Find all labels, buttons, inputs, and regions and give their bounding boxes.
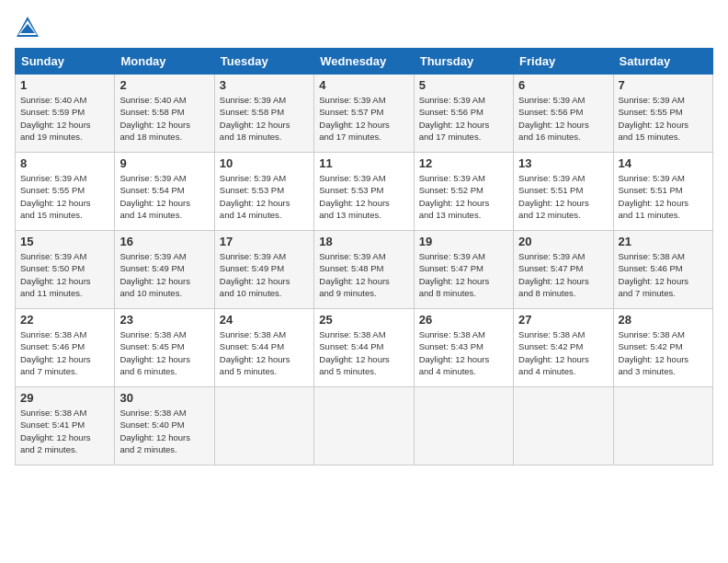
table-row: [514, 387, 613, 465]
header-wednesday: Wednesday: [314, 49, 414, 75]
table-row: 5Sunrise: 5:39 AMSunset: 5:56 PMDaylight…: [414, 75, 513, 153]
logo: [15, 15, 44, 40]
table-row: 11Sunrise: 5:39 AMSunset: 5:53 PMDayligh…: [314, 153, 414, 231]
table-row: 9Sunrise: 5:39 AMSunset: 5:54 PMDaylight…: [115, 153, 214, 231]
table-row: 14Sunrise: 5:39 AMSunset: 5:51 PMDayligh…: [613, 153, 712, 231]
table-row: 8Sunrise: 5:39 AMSunset: 5:55 PMDaylight…: [16, 153, 115, 231]
table-row: 18Sunrise: 5:39 AMSunset: 5:48 PMDayligh…: [314, 231, 414, 309]
table-row: 28Sunrise: 5:38 AMSunset: 5:42 PMDayligh…: [613, 309, 712, 387]
page-header: [15, 15, 713, 40]
table-row: 2Sunrise: 5:40 AMSunset: 5:58 PMDaylight…: [115, 75, 214, 153]
table-row: 26Sunrise: 5:38 AMSunset: 5:43 PMDayligh…: [414, 309, 513, 387]
table-row: 6Sunrise: 5:39 AMSunset: 5:56 PMDaylight…: [514, 75, 613, 153]
table-row: 29Sunrise: 5:38 AMSunset: 5:41 PMDayligh…: [16, 387, 115, 465]
table-row: 4Sunrise: 5:39 AMSunset: 5:57 PMDaylight…: [314, 75, 414, 153]
table-row: 22Sunrise: 5:38 AMSunset: 5:46 PMDayligh…: [16, 309, 115, 387]
header-friday: Friday: [514, 49, 613, 75]
table-row: 10Sunrise: 5:39 AMSunset: 5:53 PMDayligh…: [214, 153, 313, 231]
table-row: 23Sunrise: 5:38 AMSunset: 5:45 PMDayligh…: [115, 309, 214, 387]
table-row: 16Sunrise: 5:39 AMSunset: 5:49 PMDayligh…: [115, 231, 214, 309]
table-row: 3Sunrise: 5:39 AMSunset: 5:58 PMDaylight…: [214, 75, 313, 153]
calendar-week-row: 29Sunrise: 5:38 AMSunset: 5:41 PMDayligh…: [16, 387, 713, 465]
table-row: [214, 387, 313, 465]
calendar-week-row: 1Sunrise: 5:40 AMSunset: 5:59 PMDaylight…: [16, 75, 713, 153]
table-row: 21Sunrise: 5:38 AMSunset: 5:46 PMDayligh…: [613, 231, 712, 309]
table-row: 15Sunrise: 5:39 AMSunset: 5:50 PMDayligh…: [16, 231, 115, 309]
table-row: 1Sunrise: 5:40 AMSunset: 5:59 PMDaylight…: [16, 75, 115, 153]
header-sunday: Sunday: [16, 49, 115, 75]
table-row: 24Sunrise: 5:38 AMSunset: 5:44 PMDayligh…: [214, 309, 313, 387]
header-thursday: Thursday: [414, 49, 513, 75]
table-row: [414, 387, 513, 465]
header-tuesday: Tuesday: [214, 49, 313, 75]
calendar-week-row: 22Sunrise: 5:38 AMSunset: 5:46 PMDayligh…: [16, 309, 713, 387]
table-row: 30Sunrise: 5:38 AMSunset: 5:40 PMDayligh…: [115, 387, 214, 465]
table-row: 12Sunrise: 5:39 AMSunset: 5:52 PMDayligh…: [414, 153, 513, 231]
table-row: 20Sunrise: 5:39 AMSunset: 5:47 PMDayligh…: [514, 231, 613, 309]
calendar-table: SundayMondayTuesdayWednesdayThursdayFrid…: [15, 48, 713, 465]
table-row: 7Sunrise: 5:39 AMSunset: 5:55 PMDaylight…: [613, 75, 712, 153]
table-row: 27Sunrise: 5:38 AMSunset: 5:42 PMDayligh…: [514, 309, 613, 387]
table-row: 25Sunrise: 5:38 AMSunset: 5:44 PMDayligh…: [314, 309, 414, 387]
table-row: [314, 387, 414, 465]
calendar-week-row: 15Sunrise: 5:39 AMSunset: 5:50 PMDayligh…: [16, 231, 713, 309]
logo-icon: [15, 15, 40, 40]
table-row: 13Sunrise: 5:39 AMSunset: 5:51 PMDayligh…: [514, 153, 613, 231]
header-monday: Monday: [115, 49, 214, 75]
table-row: 17Sunrise: 5:39 AMSunset: 5:49 PMDayligh…: [214, 231, 313, 309]
table-row: [613, 387, 712, 465]
header-saturday: Saturday: [613, 49, 712, 75]
calendar-week-row: 8Sunrise: 5:39 AMSunset: 5:55 PMDaylight…: [16, 153, 713, 231]
calendar-header-row: SundayMondayTuesdayWednesdayThursdayFrid…: [16, 49, 713, 75]
table-row: 19Sunrise: 5:39 AMSunset: 5:47 PMDayligh…: [414, 231, 513, 309]
